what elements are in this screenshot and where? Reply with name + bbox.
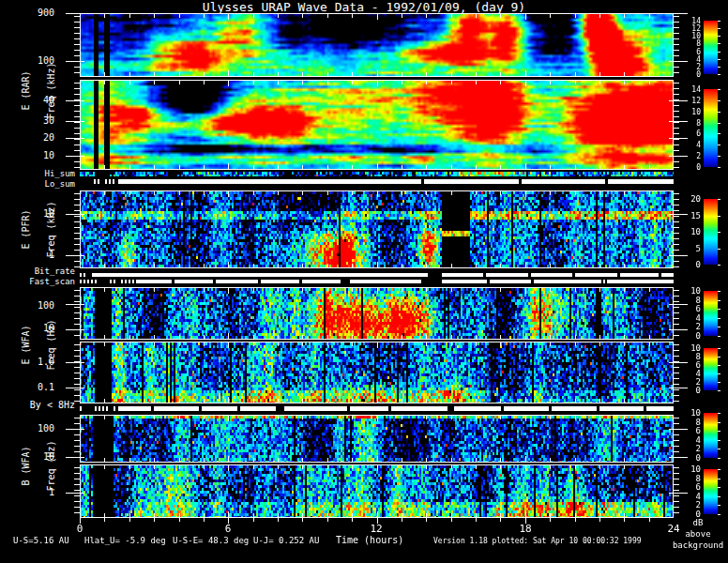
footer-distance-sun: U-S=5.16 AU: [13, 536, 69, 545]
colorbar-b-wfa-low: [677, 464, 728, 522]
colorbar-caption-above: above: [670, 528, 726, 540]
colorbar-caption-db: dB: [670, 517, 726, 528]
colorbar-b-wfa-high: [677, 407, 728, 465]
colorbar-rar-high: [677, 15, 728, 82]
colorbar-e-wfa-low: [677, 342, 728, 398]
colorbar-e-wfa-high: [677, 285, 728, 343]
x-axis-title: Time (hours): [336, 535, 403, 545]
colorbar-caption: dB above background: [670, 517, 726, 551]
footer-version: Version 1.18 plotted: Sat Apr 10 00:00:3…: [433, 537, 642, 545]
colorbar-pfr: [677, 193, 728, 272]
footer-sun-earth-angle: U-S-E= 48.3 deg: [173, 536, 249, 545]
xtick-6: 6: [209, 523, 247, 535]
urap-wave-plot: Ulysses URAP Wave Data - 1992/01/09, (da…: [0, 0, 728, 563]
footer-heliolatitude: Hlat_U= -5.9 deg: [84, 536, 166, 545]
colorbar-caption-background: background: [670, 540, 726, 551]
footer-distance-jupiter: U-J= 0.252 AU: [253, 536, 319, 545]
y-axis-ticks-overlay: [0, 0, 728, 563]
xtick-0: 0: [61, 523, 99, 535]
xtick-12: 12: [357, 523, 395, 535]
xtick-18: 18: [507, 523, 544, 535]
colorbar-rar-low: [677, 84, 728, 175]
